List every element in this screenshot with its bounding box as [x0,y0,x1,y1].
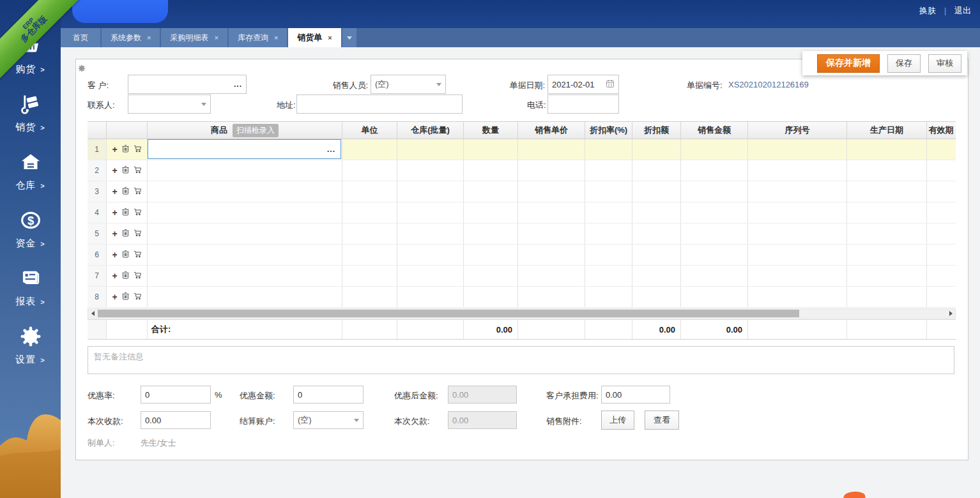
column-header-sales-amount: 销售金额 [681,122,748,139]
contact-select[interactable] [128,94,211,114]
column-header-unit-price: 销售单价 [518,122,585,139]
contact-label: 联系人: [88,100,115,111]
sidebar-item-label: 仓库 [15,179,36,190]
delete-row-icon[interactable] [122,144,129,155]
logout-link[interactable]: 退出 [954,5,971,17]
add-row-icon[interactable]: + [112,145,117,154]
close-icon[interactable]: × [274,34,278,42]
close-icon[interactable]: × [214,34,218,42]
add-row-icon[interactable]: + [112,271,117,280]
delete-row-icon[interactable] [122,291,129,303]
pick-product-cart-icon[interactable] [134,228,142,239]
close-icon[interactable]: × [147,34,151,42]
scroll-right-arrow[interactable] [946,309,955,318]
panel-settings-gear-icon[interactable] [78,63,86,75]
remark-textarea[interactable] [88,346,954,374]
tab-purchase-detail[interactable]: 采购明细表 × [161,28,227,47]
scroll-left-arrow[interactable] [88,309,97,318]
customer-fee-input[interactable] [601,386,670,404]
add-row-icon[interactable]: + [112,250,117,259]
product-text-input[interactable] [153,144,327,155]
save-button[interactable]: 保存 [887,54,921,73]
row-actions: + [107,139,148,160]
chevron-right-icon: > [40,182,45,190]
logo-swoosh [843,490,865,498]
add-row-icon[interactable]: + [112,292,117,301]
settle-account-select[interactable]: (空) [293,411,364,429]
row-actions: + [107,223,148,244]
discount-amount-input[interactable] [293,386,364,404]
pick-product-cart-icon[interactable] [134,270,142,282]
discount-rate-input[interactable] [141,386,211,404]
delete-row-icon[interactable] [122,228,129,239]
delete-row-icon[interactable] [122,165,129,176]
delete-row-icon[interactable] [122,186,129,197]
attachment-label: 销售附件: [546,416,582,427]
change-skin-link[interactable]: 换肤 [919,5,936,17]
pick-product-cart-icon[interactable] [134,291,142,303]
product-input[interactable]: ... [148,139,341,159]
add-row-icon[interactable]: + [112,208,117,217]
add-row-icon[interactable]: + [112,166,117,175]
row-number-header [88,122,107,139]
table-body: 1 + ... [88,139,956,308]
close-icon[interactable]: × [328,34,332,42]
row-number: 7 [88,266,107,286]
row-actions: + [107,160,148,181]
sidebar-item-label: 设置 [15,354,36,365]
column-header-warehouse: 仓库(批量) [397,122,464,139]
tab-list-dropdown[interactable] [342,28,356,47]
chevron-down-icon [354,419,359,422]
wheat-field-image [0,396,61,498]
more-icon[interactable]: ... [327,145,335,154]
sidebar-item-reports[interactable]: 报表> [0,268,61,308]
row-actions: + [107,202,148,223]
phone-input[interactable] [547,94,619,114]
upload-button[interactable]: 上传 [601,411,634,430]
pick-product-cart-icon[interactable] [134,144,142,155]
salesperson-select[interactable]: (空) [371,75,446,94]
tab-label: 销货单 [297,32,322,43]
more-icon[interactable]: ... [234,80,242,89]
sidebar-item-label: 报表 [15,296,36,306]
add-row-icon[interactable]: + [112,187,117,196]
add-row-icon[interactable]: + [112,229,117,238]
tab-home[interactable]: 首页 [61,28,100,47]
after-discount-input [448,386,517,404]
pick-product-cart-icon[interactable] [134,249,142,260]
scan-gun-entry-button[interactable]: 扫描枪录入 [233,124,279,137]
customer-input[interactable]: ... [128,75,247,94]
table-row: 8 + [88,287,956,308]
total-label: 合计: [148,324,171,335]
calendar-icon[interactable] [606,79,615,90]
sidebar-item-label: 资金 [15,238,36,248]
debt-input [448,411,517,429]
table-row: 7 + [88,266,956,287]
row-actions: + [107,245,148,265]
scrollbar-thumb[interactable] [98,310,799,317]
address-input[interactable] [296,94,463,114]
address-label: 地址: [277,100,296,111]
row-number: 3 [88,181,107,202]
tab-stock-query[interactable]: 库存查询 × [229,28,287,47]
settle-account-value: (空) [298,414,312,426]
pick-product-cart-icon[interactable] [134,165,142,176]
view-button[interactable]: 查看 [645,411,679,430]
tab-sales-order[interactable]: 销货单 × [288,28,341,47]
pick-product-cart-icon[interactable] [134,207,142,218]
sidebar-item-settings[interactable]: 设置> [0,326,61,366]
doc-date-input[interactable]: 2021-02-01 [547,75,619,94]
audit-button[interactable]: 审核 [928,54,961,73]
received-input[interactable] [141,411,211,429]
sidebar-item-funds[interactable]: $ 资金> [0,209,61,250]
delete-row-icon[interactable] [122,207,129,218]
sidebar-item-sales[interactable]: 销货> [0,93,61,133]
delete-row-icon[interactable] [122,249,129,260]
chevron-right-icon: > [40,124,45,132]
cart-icon [20,93,42,117]
sidebar-item-warehouse[interactable]: 仓库> [0,151,61,192]
delete-row-icon[interactable] [122,270,129,282]
save-and-new-button[interactable]: 保存并新增 [817,54,880,73]
pick-product-cart-icon[interactable] [134,186,142,197]
tab-system-params[interactable]: 系统参数 × [102,28,160,47]
